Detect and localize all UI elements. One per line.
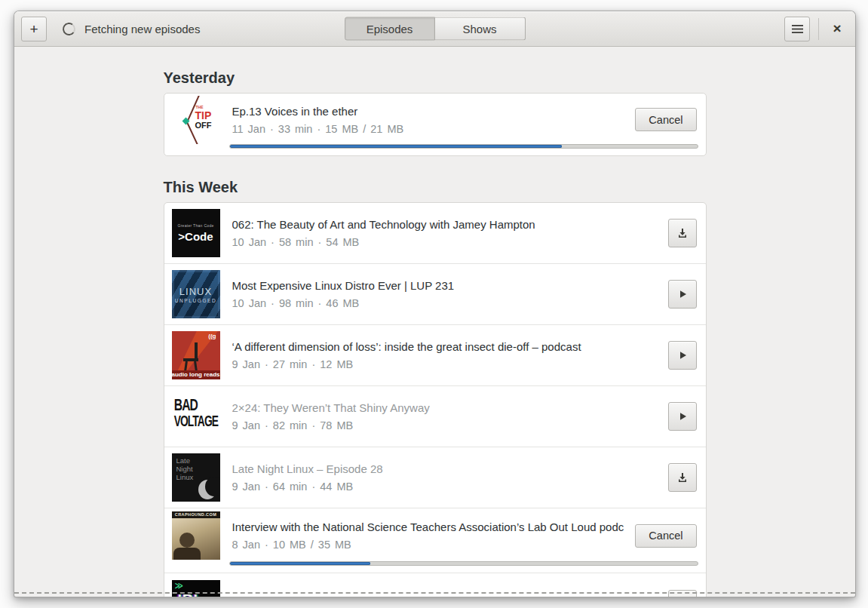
header-right-cluster: × (784, 17, 848, 41)
logo-text: Linux (176, 473, 194, 481)
download-progressbar (229, 144, 698, 149)
logo-text: UNPLUGGED (175, 298, 217, 303)
episode-row: Late Night Linux Late Night Linux – Epis… (164, 447, 706, 508)
podcast-cover-craphound: CRAPHOUND.COM (172, 511, 220, 560)
episode-row: ((g audio long reads ‘A different dimens… (164, 325, 706, 386)
cancel-download-button[interactable]: Cancel (635, 524, 696, 548)
play-button[interactable] (668, 402, 697, 431)
episode-meta: 9 Jan · 64 min · 44 MB (232, 481, 383, 493)
episode-title: ‘A different dimension of loss’: inside … (232, 340, 581, 353)
logo-text: OFF (195, 121, 212, 130)
plus-icon: + (29, 22, 38, 36)
play-icon (676, 410, 689, 422)
download-icon (676, 471, 689, 484)
download-icon (676, 227, 689, 239)
podcast-cover-irl: ≫ IRL (172, 580, 220, 597)
tab-episodes[interactable]: Episodes (345, 17, 435, 41)
logo-text: TIP (195, 110, 212, 121)
loading-spinner-icon (62, 21, 76, 35)
podcast-cover-greater-than-code: Greater Than Code >Code (172, 209, 220, 257)
cancel-download-button[interactable]: Cancel (635, 108, 696, 131)
podcast-cover-audio-long-reads: ((g audio long reads (172, 331, 220, 379)
play-icon (676, 349, 689, 361)
logo-text: BAD (173, 398, 216, 413)
logo-shape (198, 480, 216, 499)
header-separator (818, 18, 819, 40)
add-podcast-button[interactable]: + (21, 17, 47, 41)
section-title-this-week: This Week (164, 179, 707, 196)
close-window-button[interactable]: × (826, 17, 848, 40)
episode-title: 062: The Beauty of Art and Technology wi… (232, 218, 535, 231)
podcast-cover-late-night-linux: Late Night Linux (172, 453, 220, 502)
download-button[interactable] (668, 219, 697, 247)
logo-text: ≫ (175, 581, 184, 591)
logo-shape (173, 548, 201, 560)
episode-title: Most Expensive Linux Distro Ever | LUP 2… (232, 279, 455, 292)
status-text: Fetching new episodes (84, 23, 200, 35)
hamburger-icon (792, 24, 803, 34)
tab-shows[interactable]: Shows (435, 17, 526, 41)
podcast-cover-bad-voltage: BAD VOLTAGE (172, 392, 220, 441)
logo-text: ((g (208, 333, 216, 339)
episode-title: Interview with the National Science Teac… (232, 520, 625, 533)
episode-title: Ep.13 Voices in the ether (232, 105, 404, 118)
logo-text: CRAPHOUND.COM (172, 511, 220, 518)
episode-row: THE TIP OFF Ep.13 Voices in the ether 11… (164, 94, 706, 155)
episode-meta: 8 Jan · 10 MB / 35 MB (232, 539, 625, 551)
play-button[interactable] (668, 280, 697, 309)
episode-title: Late Night Linux – Episode 28 (232, 462, 383, 475)
podcast-cover-linux-unplugged: LINUX UNPLUGGED (172, 270, 220, 318)
logo-text: >Code (178, 230, 213, 243)
tab-episodes-label: Episodes (367, 23, 413, 35)
download-button[interactable] (668, 463, 697, 492)
episode-meta: 10 Jan · 98 min · 46 MB (232, 297, 455, 309)
section-title-yesterday: Yesterday (164, 69, 707, 87)
episode-meta: 11 Jan · 33 min · 15 MB / 21 MB (232, 123, 404, 135)
podcast-cover-the-tip-off: THE TIP OFF (172, 96, 220, 144)
this-week-card: Greater Than Code >Code 062: The Beauty … (164, 202, 707, 597)
episode-title: 2×24: They Weren’t That Shiny Anyway (232, 401, 430, 414)
logo-shape (195, 342, 198, 360)
logo-text: LINUX (179, 286, 212, 297)
download-progress-fill (230, 562, 370, 565)
episode-meta: 10 Jan · 58 min · 54 MB (232, 236, 535, 248)
menu-button[interactable] (784, 17, 810, 41)
play-button[interactable] (668, 341, 697, 370)
logo-text: Greater Than Code (177, 223, 213, 228)
logo-text: audio long reads (172, 370, 220, 379)
cancel-button-label: Cancel (649, 530, 682, 542)
app-window: + Fetching new episodes Episodes Shows (14, 11, 856, 597)
logo-text: THE (196, 106, 212, 109)
yesterday-card: THE TIP OFF Ep.13 Voices in the ether 11… (164, 93, 707, 156)
episode-row: CRAPHOUND.COM Interview with the Nationa… (164, 508, 706, 573)
download-progressbar (229, 561, 698, 566)
episode-meta: 9 Jan · 27 min · 12 MB (232, 358, 581, 370)
episode-meta: 9 Jan · 82 min · 78 MB (232, 419, 430, 431)
logo-text: VOLTAGE (173, 413, 216, 428)
cancel-button-label: Cancel (649, 114, 682, 126)
episodes-view: Yesterday THE TIP OFF Ep.13 Voi (14, 47, 855, 597)
episode-row: BAD VOLTAGE 2×24: They Weren’t That Shin… (164, 386, 706, 447)
tab-shows-label: Shows (462, 23, 496, 35)
download-progress-fill (230, 145, 562, 148)
episode-row: LINUX UNPLUGGED Most Expensive Linux Dis… (164, 264, 706, 325)
view-switcher: Episodes Shows (345, 17, 526, 41)
logo-shape (179, 533, 195, 548)
episode-row: Greater Than Code >Code 062: The Beauty … (164, 203, 706, 264)
logo-text: Night (176, 465, 194, 473)
play-icon (676, 288, 689, 300)
close-icon: × (833, 20, 841, 37)
logo-text: Late (176, 456, 194, 465)
scroll-undershoot-indicator (14, 592, 855, 594)
header-bar: + Fetching new episodes Episodes Shows (14, 11, 855, 47)
